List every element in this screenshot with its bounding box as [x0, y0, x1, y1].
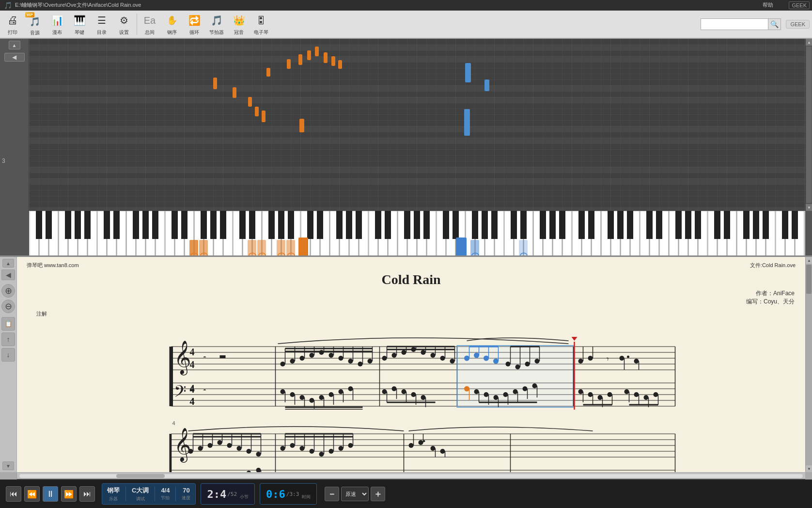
piano-roll-section: ▲ ◀ 3	[0, 39, 812, 211]
sheet-scroll-thumb[interactable]	[806, 265, 812, 294]
sidebar-page-down[interactable]: ↓	[1, 348, 15, 362]
scroll-up-btn[interactable]: ▲	[806, 39, 812, 46]
music-notation-system2: 4	[34, 419, 793, 472]
roll-right-scrollbar[interactable]: ▲ ▼	[805, 39, 812, 211]
svg-point-168	[421, 395, 426, 400]
print-button[interactable]: 🖨 打印	[2, 11, 23, 37]
speed-select[interactable]: 原速 0.5x 0.75x 1.5x	[341, 487, 369, 501]
svg-point-139	[634, 359, 639, 364]
titlebar-icon: 🎵	[4, 1, 12, 9]
keyboard-icon: 🎹	[72, 13, 87, 28]
piano-keys-section	[0, 211, 812, 257]
catalog-icon: ☰	[94, 13, 109, 28]
metronome-button[interactable]: 🎵 节拍器	[206, 11, 227, 37]
help-button[interactable]: 帮助	[763, 1, 773, 9]
loop-icon: 🔁	[187, 13, 202, 28]
svg-point-75	[290, 359, 295, 364]
svg-point-289	[256, 468, 261, 472]
piano-roll-canvas[interactable]	[29, 39, 805, 211]
search-button[interactable]: 🔍	[768, 18, 781, 30]
loop-button[interactable]: 🔁 循环	[184, 11, 205, 37]
svg-point-197	[625, 389, 629, 394]
range-button[interactable]: Ea 总间	[139, 11, 160, 37]
svg-point-239	[237, 446, 242, 451]
sheet-scroll-down[interactable]: ▼	[806, 465, 812, 472]
piano-keys-container[interactable]	[29, 211, 805, 255]
svg-point-175	[484, 392, 489, 397]
roll-up-arrow[interactable]: ▲	[9, 41, 20, 49]
sidebar-zoom-out[interactable]: ⊖	[1, 300, 15, 313]
rewind-button[interactable]: ⏪	[24, 486, 40, 502]
rewind-to-start-button[interactable]: ⏮	[6, 486, 21, 502]
print-icon: 🖨	[5, 13, 20, 28]
roll-left-sidebar: ▲ ◀ 3	[0, 39, 29, 211]
electronic-button[interactable]: 🎛 电子琴	[250, 11, 272, 37]
sidebar-page-up[interactable]: ↑	[1, 333, 15, 346]
time-label: 时间	[302, 494, 311, 500]
sheet-meta: 作者：AniFace 编写：Coyu、天分	[17, 289, 805, 308]
note-orange-7	[331, 56, 335, 66]
keyboard-button[interactable]: 🎹 琴键	[69, 11, 90, 37]
svg-rect-72	[220, 355, 226, 358]
sidebar-note-view[interactable]: 📋	[1, 317, 15, 331]
editor-label: 编写：Coyu、天分	[746, 298, 795, 306]
svg-point-142	[281, 389, 285, 394]
svg-point-117	[484, 356, 489, 361]
svg-point-164	[402, 389, 406, 394]
notation-svg-2: 4	[34, 419, 793, 472]
sidebar-scroll-down[interactable]: ▼	[2, 461, 14, 470]
toolbar-separator-1	[137, 14, 137, 35]
instrument-info: 钢琴 乐器	[107, 486, 120, 502]
crown-icon: 👑	[231, 13, 247, 28]
volume-plus-button[interactable]: ＋	[371, 487, 385, 501]
svg-point-146	[300, 395, 305, 400]
svg-point-133	[588, 356, 593, 361]
note-orange-12	[255, 107, 259, 116]
source-button[interactable]: VIP 🎵 音源	[24, 11, 46, 37]
titlebar: 🎵 E:\蛐蛐钢琴\Overture\Ove文件\Aniface\Cold Ra…	[0, 0, 812, 11]
time-total: /3:3	[286, 491, 299, 497]
note-blue-1	[465, 63, 471, 82]
volume-minus-button[interactable]: －	[325, 487, 339, 501]
sidebar-zoom-in[interactable]: ⊕	[1, 284, 15, 298]
geek-toolbar-button[interactable]: GEEK	[786, 20, 810, 29]
svg-point-154	[339, 389, 344, 394]
sidebar-scroll-up[interactable]: ▲	[2, 259, 14, 268]
svg-point-269	[423, 440, 425, 442]
svg-point-261	[348, 443, 353, 448]
pause-button[interactable]: ⏸	[43, 486, 58, 502]
crown-button[interactable]: 👑 冠音	[228, 11, 250, 37]
play-button[interactable]: ⏩	[61, 486, 77, 502]
sheet-right-scrollbar[interactable]: ▲ ▼	[805, 257, 812, 472]
svg-point-255	[319, 452, 324, 457]
volume-area: － 原速 0.5x 0.75x 1.5x ＋	[325, 487, 385, 501]
svg-point-136	[620, 356, 625, 361]
settings-button[interactable]: ⚙ 设置	[113, 11, 135, 37]
svg-point-235	[218, 440, 222, 445]
metronome-icon: 🎵	[209, 13, 224, 28]
svg-point-229	[188, 449, 193, 454]
catalog-button[interactable]: ☰ 目录	[91, 11, 112, 37]
website-label: 弹琴吧 www.tan8.com	[27, 262, 79, 269]
scroll-thumb[interactable]	[806, 47, 812, 203]
svg-point-166	[411, 392, 416, 397]
forward-to-end-button[interactable]: ⏭	[79, 486, 95, 502]
piano-keys-svg	[29, 211, 805, 255]
search-input[interactable]	[701, 18, 768, 30]
canvas-button[interactable]: 📊 漫布	[47, 11, 68, 37]
fingering-button[interactable]: ✋ 钢序	[161, 11, 183, 37]
svg-point-259	[339, 446, 344, 451]
svg-point-144	[290, 392, 295, 397]
electronic-icon: 🎛	[253, 13, 269, 28]
bottom-scrollbar[interactable]	[0, 472, 812, 479]
titlebar-title: E:\蛐蛐钢琴\Overture\Ove文件\Aniface\Cold Rain…	[15, 1, 141, 9]
vip-badge: VIP	[25, 12, 34, 17]
roll-left-arrow[interactable]: ◀	[4, 53, 25, 62]
measure-number-2: 4	[172, 420, 175, 426]
settings-icon: ⚙	[116, 13, 132, 28]
sidebar-arrow-left[interactable]: ◀	[1, 270, 15, 280]
geek-button[interactable]: GEEK	[789, 1, 810, 9]
scroll-down-btn[interactable]: ▼	[806, 204, 812, 211]
sheet-scroll-up[interactable]: ▲	[806, 257, 812, 264]
canvas-icon: 📊	[49, 13, 65, 28]
